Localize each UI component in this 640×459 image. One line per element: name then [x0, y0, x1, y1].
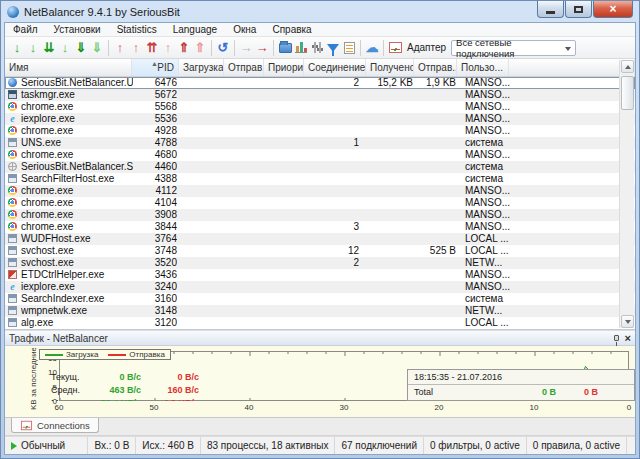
stat-max: Макс. 32,4 KB/c 4,3 KB/c: [51, 398, 221, 401]
table-row[interactable]: chrome.exe3908MANSO...: [5, 209, 635, 221]
pid-value: 5568: [132, 101, 177, 113]
adapter-combobox[interactable]: Все сетевые подключения: [451, 40, 576, 56]
minimize-button[interactable]: [537, 1, 564, 18]
table-row[interactable]: taskmgr.exe5672MANSO...: [5, 89, 635, 101]
user-value: система: [465, 161, 517, 173]
menu-file[interactable]: Файл: [5, 23, 46, 37]
pid-value: 4460: [132, 161, 177, 173]
chrome-icon: [8, 210, 17, 219]
close-button[interactable]: ×: [593, 1, 633, 18]
vertical-scrollbar[interactable]: [619, 60, 634, 328]
rules-edit-icon[interactable]: [341, 39, 357, 57]
undo-icon[interactable]: ↺: [215, 39, 231, 57]
table-row[interactable]: WUDFHost.exe3764LOCAL ...: [5, 233, 635, 245]
pid-value: 4104: [132, 197, 177, 209]
process-name: SearchIndexer.exe: [21, 293, 133, 305]
download-ignore-icon[interactable]: ⇓: [89, 39, 105, 57]
table-row[interactable]: wmpnetwk.exe3148NETW...: [5, 305, 635, 317]
download-priority-high-icon[interactable]: ↓: [9, 39, 25, 57]
table-row[interactable]: alg.exe3120LOCAL ...: [5, 317, 635, 329]
scrollbar-thumb[interactable]: [621, 76, 634, 110]
pin-icon[interactable]: [614, 335, 619, 341]
folder-icon[interactable]: [277, 39, 293, 57]
download-low-icon[interactable]: ↓: [57, 39, 73, 57]
play-icon: [11, 442, 17, 450]
column-sent[interactable]: Отправ...: [414, 59, 457, 76]
rules-edit-icon: [344, 42, 355, 54]
table-row[interactable]: chrome.exe4928MANSO...: [5, 125, 635, 137]
chart-tooltip: 18:15:35 - 21.07.2016 Total 0 B 0 B: [407, 369, 635, 401]
filter-icon[interactable]: [325, 39, 341, 57]
pid-value: 4388: [132, 173, 177, 185]
upload-low-icon[interactable]: ↑: [160, 39, 176, 57]
user-value: система: [465, 137, 517, 149]
tooltip-timestamp: 18:15:35 - 21.07.2016: [408, 370, 634, 385]
upload-limit-icon[interactable]: ⇈: [144, 39, 160, 57]
menu-settings[interactable]: Установки: [46, 23, 109, 37]
maximize-button[interactable]: [565, 1, 592, 18]
menu-help[interactable]: Справка: [264, 23, 319, 37]
table-row[interactable]: SeriousBit.NetBalancer.Servic...4460сист…: [5, 161, 635, 173]
table-row[interactable]: chrome.exe38443MANSO...: [5, 221, 635, 233]
upload-priority-normal-icon[interactable]: ↑: [128, 39, 144, 57]
status-bar: ОбычныйВх.: 0 BИсх.: 460 B83 процессы, 1…: [5, 436, 635, 454]
table-row[interactable]: svchost.exe35202NETW...: [5, 257, 635, 269]
pid-value: 6476: [132, 77, 177, 89]
table-row[interactable]: chrome.exe5568MANSO...: [5, 101, 635, 113]
settings-sliders-icon[interactable]: [309, 39, 325, 57]
column-pid[interactable]: ▲PID: [132, 59, 179, 76]
show-traffic-icon[interactable]: →: [238, 39, 254, 57]
table-row[interactable]: iexplore.exe5536MANSO...: [5, 113, 635, 125]
table-row[interactable]: SeriousBit.NetBalancer.UI.exe6476215,2 K…: [5, 77, 635, 89]
resize-grip[interactable]: [627, 437, 635, 454]
column-user[interactable]: Пользо...: [457, 59, 509, 76]
redirect-traffic-icon[interactable]: →: [254, 39, 270, 57]
menu-language[interactable]: Language: [165, 23, 226, 37]
tab-connections[interactable]: Connections: [11, 418, 99, 433]
menu-statistics[interactable]: Statistics: [109, 23, 165, 37]
table-row[interactable]: ETDCtrlHelper.exe3436MANSO...: [5, 269, 635, 281]
user-value: MANSO...: [465, 221, 517, 233]
table-row[interactable]: SearchIndexer.exe3160система: [5, 293, 635, 305]
column-download[interactable]: Загрузка: [179, 59, 224, 76]
upload-ignore-icon[interactable]: ⇑: [192, 39, 208, 57]
statistics-chart-icon[interactable]: [293, 39, 309, 57]
table-row[interactable]: iexplore.exe3240MANSO...: [5, 281, 635, 293]
table-row[interactable]: UNS.exe47881система: [5, 137, 635, 149]
column-connections[interactable]: Соединение: [304, 59, 366, 76]
cloud-sync-icon[interactable]: ☁: [364, 39, 380, 57]
user-value: MANSO...: [465, 269, 517, 281]
table-row[interactable]: chrome.exe4680MANSO...: [5, 149, 635, 161]
scroll-down-button[interactable]: [621, 315, 634, 328]
column-priority[interactable]: Приори...: [264, 59, 304, 76]
user-value: система: [465, 293, 517, 305]
pid-value: 3908: [132, 209, 177, 221]
download-block-icon[interactable]: ⇓: [73, 39, 89, 57]
upload-priority-high-icon[interactable]: ↑: [112, 39, 128, 57]
iexplore-icon: [8, 114, 17, 123]
download-priority-normal-icon[interactable]: ↓: [25, 39, 41, 57]
column-name[interactable]: Имя: [5, 59, 132, 76]
panel-close-icon[interactable]: ×: [625, 333, 631, 343]
window-icon: [8, 138, 17, 147]
upload-block-icon[interactable]: ⇑: [176, 39, 192, 57]
table-row[interactable]: svchost.exe374812525 BLOCAL ...: [5, 245, 635, 257]
scroll-up-button[interactable]: [621, 60, 634, 73]
connections-value: 1: [305, 137, 359, 149]
table-row[interactable]: chrome.exe4112MANSO...: [5, 185, 635, 197]
app-icon: [7, 6, 19, 18]
column-received[interactable]: Получено: [366, 59, 414, 76]
column-upload-rate[interactable]: Отправ...: [224, 59, 264, 76]
chrome-icon: [8, 198, 17, 207]
process-name: SearchFilterHost.exe: [21, 173, 133, 185]
pid-value: 3240: [132, 281, 177, 293]
traffic-window-icon[interactable]: [387, 39, 403, 57]
table-row[interactable]: SearchFilterHost.exe4388система: [5, 173, 635, 185]
download-line-icon: [45, 354, 63, 356]
traffic-panel-header[interactable]: Трафик - NetBalancer ×: [5, 331, 635, 346]
download-limit-icon[interactable]: ⇊: [41, 39, 57, 57]
table-row[interactable]: chrome.exe4104MANSO...: [5, 197, 635, 209]
menu-windows[interactable]: Окна: [225, 23, 264, 37]
process-name: chrome.exe: [21, 125, 133, 137]
pid-value: 3520: [132, 257, 177, 269]
